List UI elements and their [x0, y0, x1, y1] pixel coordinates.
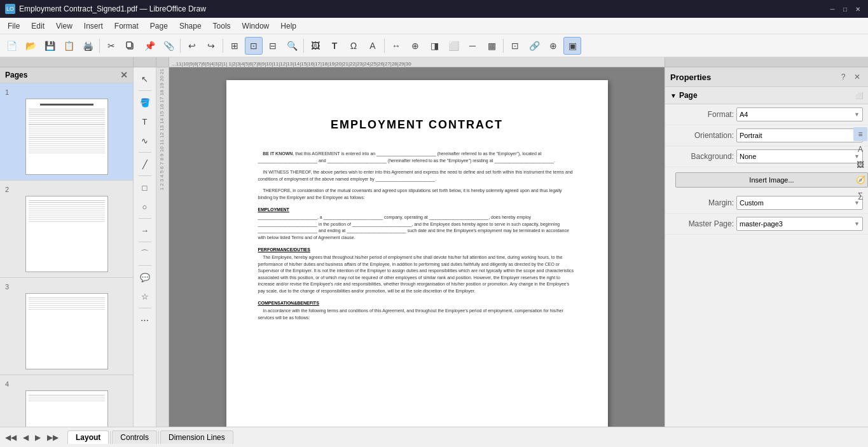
menu-edit[interactable]: Edit [26, 20, 50, 32]
font-work-button[interactable]: A [364, 37, 382, 55]
border-button[interactable]: ⊟ [264, 37, 282, 55]
zoom-button[interactable]: 🔍 [283, 37, 301, 55]
side-icon-styles[interactable]: A [853, 142, 867, 156]
doc-para-2: IN WITNESS THEREOF, the above parties wi… [258, 169, 576, 182]
redo-button[interactable]: ↪ [202, 37, 220, 55]
page-thumb-3[interactable]: 3 [0, 278, 133, 375]
special-char-button[interactable]: Ω [345, 37, 362, 55]
fill-tool[interactable]: 🪣 [136, 93, 154, 111]
menu-format[interactable]: Format [109, 20, 144, 32]
orientation-value: Portrait [740, 132, 762, 139]
page-thumb-4[interactable]: 4 [0, 375, 133, 427]
line-color-button[interactable]: ─ [464, 37, 481, 55]
menu-file[interactable]: File [3, 20, 25, 32]
menu-insert[interactable]: Insert [79, 20, 108, 32]
page-section-header[interactable]: ▼ Page ⬜ [665, 87, 868, 104]
side-icon-properties[interactable]: ≡ [853, 127, 867, 141]
3d-button[interactable]: ⬜ [444, 37, 462, 55]
paste-button[interactable]: 📌 [141, 37, 158, 55]
pages-close-button[interactable]: ✕ [120, 70, 128, 80]
background-select[interactable]: None ▼ [736, 149, 863, 163]
side-icon-gallery[interactable]: 🖼 [853, 158, 867, 172]
minimize-button[interactable]: ─ [827, 4, 837, 14]
select-tool[interactable]: ↖ [136, 70, 154, 88]
sep4 [303, 39, 304, 53]
close-button[interactable]: ✕ [853, 4, 863, 14]
print-button[interactable]: 🖨️ [79, 37, 97, 55]
orientation-select[interactable]: Portrait ▼ [736, 128, 863, 142]
lt-sep5 [139, 242, 151, 242]
clone-button[interactable]: 📎 [160, 37, 177, 55]
link-button[interactable]: 🔗 [525, 37, 543, 55]
curve-tool[interactable]: ⌒ [136, 245, 154, 263]
save-button[interactable]: 💾 [41, 37, 59, 55]
line-tool[interactable]: ╱ [136, 155, 154, 173]
menu-help[interactable]: Help [275, 20, 301, 32]
last-page-button[interactable]: ▶▶ [45, 432, 61, 443]
rect-tool[interactable]: □ [136, 179, 154, 196]
masterpage-label: Master Page: [670, 219, 734, 228]
properties-help-button[interactable]: ? [837, 71, 849, 83]
snap-button[interactable]: ⊡ [245, 37, 263, 55]
menu-window[interactable]: Window [237, 20, 275, 32]
open-button[interactable]: 📂 [22, 37, 39, 55]
background-value: None [740, 153, 756, 160]
page-thumb-2[interactable]: 2 [0, 181, 133, 278]
format-select[interactable]: A4 ▼ [736, 107, 863, 121]
menu-bar: File Edit View Insert Format Page Shape … [0, 18, 868, 34]
properties-title: Properties [670, 72, 711, 82]
prev-page-button[interactable]: ◀ [20, 432, 31, 443]
masterpage-select[interactable]: master-page3 ▼ [736, 217, 863, 231]
insert-image-button[interactable]: 🖼 [307, 37, 324, 55]
format-control: A4 ▼ [736, 107, 863, 121]
properties-close-button[interactable]: ✕ [851, 71, 863, 83]
menu-shape[interactable]: Shape [174, 20, 207, 32]
masterpage-row: Master Page: master-page3 ▼ [665, 214, 868, 235]
maximize-button[interactable]: □ [840, 4, 850, 14]
text-box-button[interactable]: T [326, 37, 343, 55]
text-tool[interactable]: T [136, 113, 154, 130]
doc-para-1: BE IT KNOWN, that this AGREEMENT is ente… [258, 151, 576, 164]
lt-sep4 [139, 218, 151, 219]
tab-layout[interactable]: Layout [67, 430, 109, 444]
page-navigation: ◀◀ ◀ ▶ ▶▶ [3, 432, 61, 443]
arrow-tool[interactable]: → [136, 221, 154, 239]
tab-controls[interactable]: Controls [112, 430, 157, 444]
page-num-4: 4 [5, 380, 128, 388]
svg-rect-1 [127, 42, 132, 48]
active-button[interactable]: ▣ [563, 37, 581, 55]
callout-tool[interactable]: 💬 [136, 268, 154, 286]
more-tool[interactable]: ⋯ [136, 311, 154, 329]
next-page-button[interactable]: ▶ [32, 432, 43, 443]
tab-dimension-lines[interactable]: Dimension Lines [160, 430, 233, 444]
menu-page[interactable]: Page [145, 20, 173, 32]
menu-tools[interactable]: Tools [208, 20, 236, 32]
new-button[interactable]: 📄 [3, 37, 20, 55]
star-tool[interactable]: ☆ [136, 287, 154, 305]
sep2 [180, 39, 181, 53]
crop-button[interactable]: ⊡ [506, 37, 524, 55]
masterpage-value: master-page3 [740, 220, 783, 228]
toggle-button[interactable]: ⊕ [544, 37, 562, 55]
cut-button[interactable]: ✂ [102, 37, 120, 55]
canvas-area[interactable]: EMPLOYMENT CONTRACT BE IT KNOWN, that th… [169, 67, 665, 427]
undo-button[interactable]: ↩ [183, 37, 201, 55]
properties-panel: Properties ? ✕ ▼ Page ⬜ Format: A4 ▼ [665, 67, 868, 427]
export-pdf-button[interactable]: 📋 [60, 37, 78, 55]
copy-button[interactable] [121, 37, 139, 55]
menu-view[interactable]: View [51, 20, 78, 32]
page-thumb-1[interactable]: 1 [0, 83, 133, 181]
transform-button[interactable]: ↔ [387, 37, 405, 55]
ellipse-tool[interactable]: ○ [136, 198, 154, 216]
side-icon-navigator[interactable]: 🧭 [853, 173, 867, 187]
spray-tool[interactable]: ∿ [136, 132, 154, 149]
margin-select[interactable]: Custom ▼ [736, 196, 863, 210]
page-preview-3 [25, 293, 108, 369]
side-icon-functions[interactable]: ∑ [853, 188, 867, 202]
grid-button[interactable]: ⊞ [226, 37, 244, 55]
insert-image-button[interactable]: Insert Image... [675, 172, 868, 188]
first-page-button[interactable]: ◀◀ [3, 432, 19, 443]
arrange-button[interactable]: ⊕ [406, 37, 424, 55]
shadow-button[interactable]: ◨ [425, 37, 443, 55]
fill-color-button[interactable]: ▦ [483, 37, 500, 55]
